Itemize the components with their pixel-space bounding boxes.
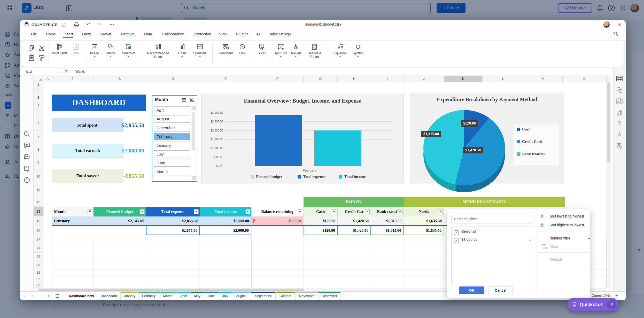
header-footer-button[interactable]: Header & Footer — [304, 43, 325, 59]
row-header[interactable]: 4 — [34, 103, 43, 108]
slicer-item-december[interactable]: December — [154, 124, 190, 131]
image-settings-icon[interactable] — [616, 98, 623, 105]
menu-file[interactable]: File — [30, 31, 37, 37]
comments-panel-icon[interactable] — [24, 142, 30, 149]
textart-settings-icon[interactable]: A — [616, 131, 623, 138]
row-header[interactable]: 6 — [34, 114, 43, 131]
header-planned-budget[interactable]: Planned budget — [94, 207, 146, 216]
row-header-13-selected[interactable]: 13 — [34, 207, 43, 216]
menu-collaboration[interactable]: Collaboration — [162, 31, 185, 37]
row-header[interactable]: 27 — [34, 235, 43, 244]
menu-table-design[interactable]: Table Design — [269, 31, 291, 37]
planned-budget-dropdown[interactable] — [140, 209, 145, 214]
menu-protection[interactable]: Protection — [194, 31, 212, 37]
tab-december[interactable]: December — [319, 292, 340, 300]
tab-march[interactable]: March — [159, 292, 176, 300]
chart-button[interactable]: Chart — [175, 43, 189, 57]
add-sheet-icon[interactable]: + — [47, 293, 50, 299]
next-sheet-icon[interactable]: › — [32, 293, 34, 299]
tab-dashboard-new[interactable]: Dashboard new — [66, 292, 97, 300]
menu-home[interactable]: Home — [45, 31, 57, 37]
menu-layout[interactable]: Layout — [99, 31, 112, 37]
total-income-dropdown[interactable] — [245, 209, 250, 214]
cancel-button[interactable]: Cancel — [488, 286, 513, 294]
header-bank-transfer[interactable]: Bank transf — [371, 207, 404, 216]
sort-lowest-item[interactable]: Sort lowest to highest — [549, 213, 598, 220]
column-header-n[interactable]: N — [563, 76, 607, 82]
menu-plugins[interactable]: Plugins — [236, 31, 249, 37]
number-filter-item[interactable]: Number filter▸ — [549, 235, 598, 242]
select-all-corner[interactable] — [34, 76, 43, 82]
total-cash-cell[interactable]: $120.00 — [304, 226, 338, 235]
header-balance-remaining[interactable]: Balance remaining — [251, 207, 304, 216]
menu-data[interactable]: Data — [144, 31, 153, 37]
total-needs-cell[interactable]: $1,635.50 — [403, 226, 444, 235]
symbol-button[interactable]: Symbol — [351, 43, 365, 57]
needs-dropdown[interactable] — [438, 209, 443, 214]
clear-filter-item[interactable]: Clear — [549, 243, 598, 250]
cell-bank[interactable]: $1,315.00 — [371, 216, 404, 226]
collaborator-avatar[interactable] — [603, 21, 610, 28]
slicer-multiselect-icon[interactable] — [181, 98, 186, 102]
tab-november[interactable]: November — [296, 292, 319, 300]
total-expense-cell[interactable]: $2,855.50 — [146, 226, 200, 235]
comment-button[interactable]: Comment — [216, 43, 235, 55]
column-header-e[interactable]: E — [200, 76, 251, 82]
filter-value-checkbox[interactable]: ✓$1,635.501 — [454, 237, 477, 243]
shape-button[interactable]: Shape — [103, 43, 118, 57]
slicer-settings-icon[interactable] — [616, 143, 623, 150]
paste-icon[interactable] — [28, 54, 35, 61]
tab-july[interactable]: July — [219, 292, 232, 300]
slicer-item-march[interactable]: March — [154, 168, 190, 175]
tab-april[interactable]: April — [176, 292, 191, 300]
column-header-j[interactable]: J — [404, 76, 444, 82]
slicer-item-february-selected[interactable]: February — [154, 133, 190, 140]
close-editor-icon[interactable]: × — [616, 22, 623, 27]
cell-filter-input[interactable] — [451, 215, 533, 223]
column-header-a[interactable]: A — [43, 76, 52, 82]
header-cash[interactable]: Cash — [304, 207, 338, 216]
link-button[interactable]: Link — [237, 43, 248, 55]
row-header[interactable]: 1 — [34, 82, 43, 87]
row-header[interactable]: 7 — [34, 131, 43, 143]
cell-planned[interactable]: $2,145.00 — [94, 216, 146, 226]
tab-august[interactable]: August — [232, 292, 251, 300]
total-credit-cell[interactable]: $1,420.50 — [337, 226, 371, 235]
row-header[interactable]: 29 — [34, 253, 43, 261]
total-expense-dropdown[interactable] — [194, 209, 199, 214]
menu-ai[interactable]: AI — [256, 31, 260, 37]
menu-draw[interactable]: Draw — [82, 31, 91, 37]
tab-may[interactable]: May — [191, 292, 204, 300]
chat-panel-icon[interactable] — [24, 153, 30, 160]
sheet-list-icon[interactable]: ☰ — [55, 293, 59, 299]
pie-chart-panel[interactable]: Expenditure Breakdown by Payment Method … — [410, 93, 564, 183]
slicer-item-april[interactable]: April — [154, 106, 190, 114]
tab-september[interactable]: September — [251, 292, 276, 300]
vertical-scrollbar-thumb[interactable] — [607, 82, 610, 162]
row-header[interactable]: 28 — [34, 244, 43, 253]
row-header[interactable]: 5 — [34, 108, 43, 114]
tab-dashboard[interactable]: Dashboard — [97, 292, 121, 300]
column-header-m[interactable]: M — [524, 76, 563, 82]
cell-name-box[interactable]: K13 — [24, 69, 61, 75]
column-header-f[interactable]: F — [251, 76, 304, 82]
cell-expense[interactable]: $2,855.50 — [146, 216, 200, 226]
slicer-button[interactable]: Slicer — [255, 43, 269, 55]
tab-january[interactable]: January — [121, 292, 138, 300]
row-header[interactable]: 32 — [34, 276, 43, 282]
paragraph-settings-icon[interactable]: ¶ — [616, 120, 623, 127]
spellcheck-icon[interactable]: A — [24, 165, 30, 172]
shape-settings-icon[interactable] — [616, 86, 623, 94]
column-header-b[interactable]: B — [52, 76, 94, 82]
cash-dropdown[interactable] — [332, 209, 336, 214]
row-header[interactable]: 11 — [34, 183, 43, 197]
quickstart-button[interactable]: Quickstart ✕ — [567, 298, 618, 311]
header-total-income[interactable]: Total income — [200, 207, 251, 216]
slicer-item-june[interactable]: June — [154, 159, 190, 167]
text-box-button[interactable]: T Text Box — [274, 43, 288, 57]
format-painter-icon[interactable] — [38, 54, 45, 61]
row-header[interactable]: 3 — [34, 92, 43, 103]
bank-transfer-dropdown[interactable] — [398, 209, 402, 214]
sparkline-button[interactable]: Sparkline — [191, 43, 209, 57]
row-header[interactable]: 12 — [34, 197, 43, 207]
